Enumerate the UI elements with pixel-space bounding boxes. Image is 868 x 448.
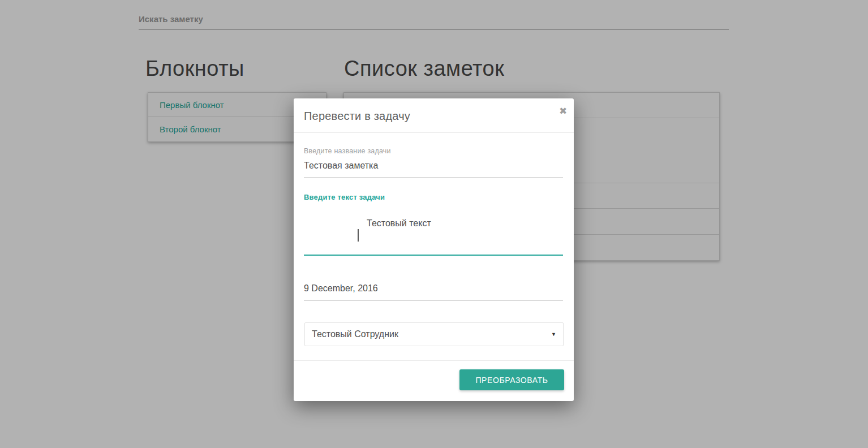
- assignee-selected-value: Тестовый Сотрудник: [312, 329, 551, 339]
- task-text-label: Введите текст задачи: [304, 193, 385, 201]
- task-text-input[interactable]: Тестовый текст: [304, 204, 563, 255]
- task-text-value: Тестовый текст: [367, 218, 431, 229]
- dialog-title: Перевести в задачу: [304, 110, 410, 123]
- chevron-down-icon: ▼: [551, 331, 556, 337]
- due-date-underline: [304, 300, 563, 301]
- app-viewport: Блокноты Список заметок Первый блокнот В…: [0, 0, 868, 448]
- text-cursor: [358, 229, 359, 242]
- task-name-input[interactable]: Тестовая заметка: [304, 161, 378, 171]
- task-name-underline: [304, 177, 563, 178]
- due-date-input[interactable]: 9 December, 2016: [304, 283, 378, 294]
- task-name-label: Введите название задачи: [304, 147, 391, 155]
- convert-button[interactable]: ПРЕОБРАЗОВАТЬ: [459, 369, 564, 390]
- convert-to-task-dialog: Перевести в задачу ✖ Введите название за…: [294, 98, 574, 401]
- close-icon[interactable]: ✖: [556, 104, 570, 119]
- footer-divider: [294, 360, 574, 361]
- header-divider: [294, 132, 574, 133]
- assignee-select[interactable]: Тестовый Сотрудник ▼: [304, 322, 564, 346]
- task-text-underline: [304, 255, 563, 256]
